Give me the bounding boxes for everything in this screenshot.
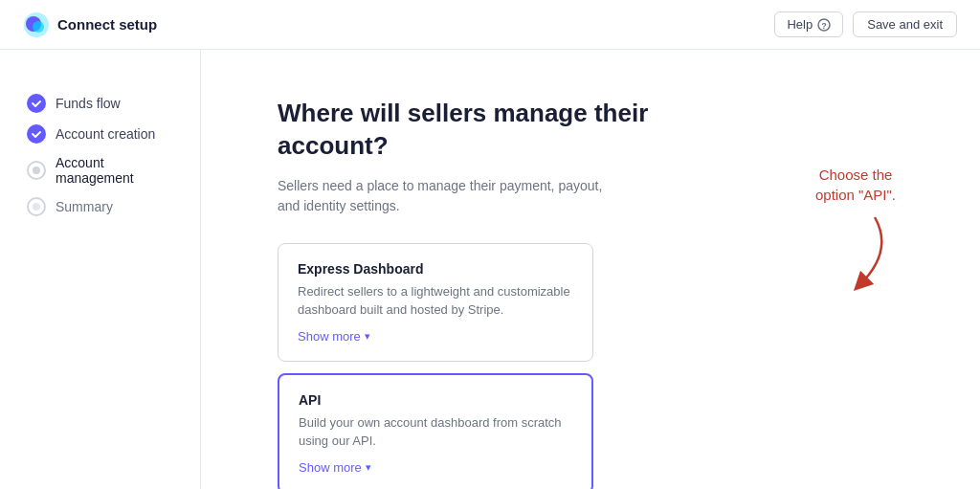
svg-point-2 (33, 21, 44, 33)
annotation: Choose theoption "API". (808, 165, 903, 299)
sidebar-item-summary[interactable]: Summary (27, 191, 181, 222)
option-express-title: Express Dashboard (298, 261, 573, 277)
sidebar-label-account-management: Account management (56, 155, 181, 186)
chevron-down-icon-2: ▾ (366, 461, 371, 474)
step-icon-funds-flow (27, 94, 46, 113)
option-express-dashboard[interactable]: Express Dashboard Redirect sellers to a … (278, 243, 593, 362)
check-icon-2 (31, 128, 42, 140)
logo-icon (23, 11, 50, 38)
main-layout: Funds flow Account creation Account mana… (0, 50, 980, 489)
sidebar-item-account-management[interactable]: Account management (27, 149, 181, 191)
help-icon: ? (817, 18, 831, 32)
option-api-title: API (299, 392, 572, 408)
show-more-express[interactable]: Show more ▾ (298, 329, 573, 344)
app-title: Connect setup (57, 16, 157, 33)
step-icon-account-creation (27, 124, 46, 144)
option-express-desc: Redirect sellers to a lightweight and cu… (298, 282, 573, 320)
sidebar-item-account-creation[interactable]: Account creation (27, 119, 181, 149)
step-icon-summary (27, 197, 46, 216)
sidebar-item-funds-flow[interactable]: Funds flow (27, 88, 181, 119)
help-button[interactable]: Help ? (774, 11, 843, 37)
topbar-actions: Help ? Save and exit (774, 11, 957, 37)
topbar: Connect setup Help ? Save and exit (0, 0, 980, 50)
chevron-down-icon: ▾ (365, 330, 370, 343)
annotation-arrow (808, 212, 903, 299)
annotation-text: Choose theoption "API". (808, 165, 903, 205)
app-logo: Connect setup (23, 11, 157, 38)
main-content: Where will sellers manage their account?… (201, 50, 980, 489)
page-subtitle: Sellers need a place to manage their pay… (278, 176, 622, 216)
sidebar: Funds flow Account creation Account mana… (0, 50, 201, 489)
sidebar-label-account-creation: Account creation (56, 126, 155, 142)
page-title: Where will sellers manage their account? (278, 98, 660, 163)
save-exit-button[interactable]: Save and exit (853, 11, 957, 37)
show-more-api[interactable]: Show more ▾ (299, 460, 572, 475)
option-api[interactable]: API Build your own account dashboard fro… (278, 373, 593, 489)
svg-text:?: ? (821, 21, 827, 31)
sidebar-label-summary: Summary (56, 199, 113, 214)
step-icon-account-management (27, 161, 46, 180)
check-icon (31, 98, 42, 109)
sidebar-label-funds-flow: Funds flow (56, 96, 121, 111)
option-api-desc: Build your own account dashboard from sc… (299, 413, 572, 451)
